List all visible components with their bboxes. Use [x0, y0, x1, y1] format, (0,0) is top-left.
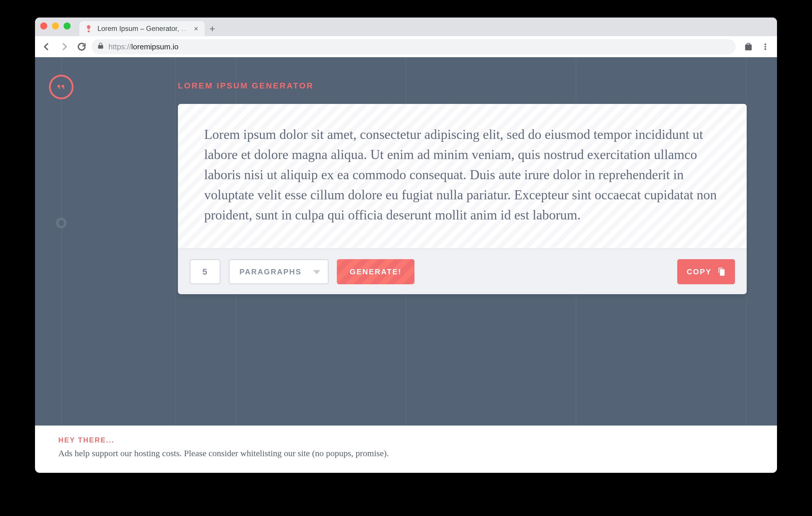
browser-window: Lorem Ipsum – Generator, Orig × + https:… [35, 18, 777, 473]
window-close-button[interactable] [40, 23, 47, 29]
type-select-value: PARAGRAPHS [239, 267, 301, 276]
browser-menu-button[interactable] [758, 39, 773, 54]
generator-controls: 5 PARAGRAPHS GENERATE! COPY [178, 248, 747, 294]
generator-card: Lorem ipsum dolor sit amet, consectetur … [178, 104, 747, 294]
browser-tab[interactable]: Lorem Ipsum – Generator, Orig × [79, 21, 205, 36]
tab-close-button[interactable]: × [194, 25, 198, 32]
copy-icon [717, 267, 726, 276]
svg-point-3 [764, 48, 766, 50]
lock-icon [97, 42, 105, 52]
generate-button[interactable]: GENERATE! [337, 259, 414, 284]
forward-button[interactable] [57, 39, 72, 54]
tab-title: Lorem Ipsum – Generator, Orig [97, 25, 189, 33]
window-zoom-button[interactable] [64, 23, 70, 29]
page-title: LOREM IPSUM GENERATOR [178, 81, 314, 90]
url-protocol: https:// [109, 42, 131, 51]
ad-message: Ads help support our hosting costs. Plea… [58, 448, 754, 458]
window-minimize-button[interactable] [52, 23, 59, 29]
lorem-output[interactable]: Lorem ipsum dolor sit amet, consectetur … [178, 104, 747, 248]
back-button[interactable] [39, 39, 54, 54]
address-bar[interactable]: https://loremipsum.io [92, 39, 735, 54]
svg-point-0 [88, 30, 90, 32]
url-text: https://loremipsum.io [109, 42, 178, 51]
svg-point-2 [764, 46, 766, 48]
new-tab-button[interactable]: + [205, 21, 220, 36]
extension-icon[interactable] [741, 39, 756, 54]
ad-heading: HEY THERE... [58, 436, 754, 444]
page-viewport: LOREM IPSUM GENERATOR Lorem ipsum dolor … [35, 57, 777, 473]
browser-toolbar: https://loremipsum.io [35, 36, 777, 57]
tab-strip: Lorem Ipsum – Generator, Orig × + [35, 18, 777, 36]
quantity-input[interactable]: 5 [190, 259, 221, 284]
reload-button[interactable] [74, 39, 89, 54]
favicon-icon [85, 25, 93, 33]
url-host: loremipsum.io [131, 42, 178, 51]
type-select[interactable]: PARAGRAPHS [229, 259, 329, 284]
svg-point-1 [764, 44, 766, 45]
copy-button-label: COPY [687, 267, 712, 276]
copy-button[interactable]: COPY [677, 259, 735, 284]
quote-icon [49, 75, 74, 99]
ad-banner: HEY THERE... Ads help support our hostin… [35, 426, 777, 473]
window-controls [40, 18, 70, 36]
section-marker-icon [56, 218, 66, 228]
